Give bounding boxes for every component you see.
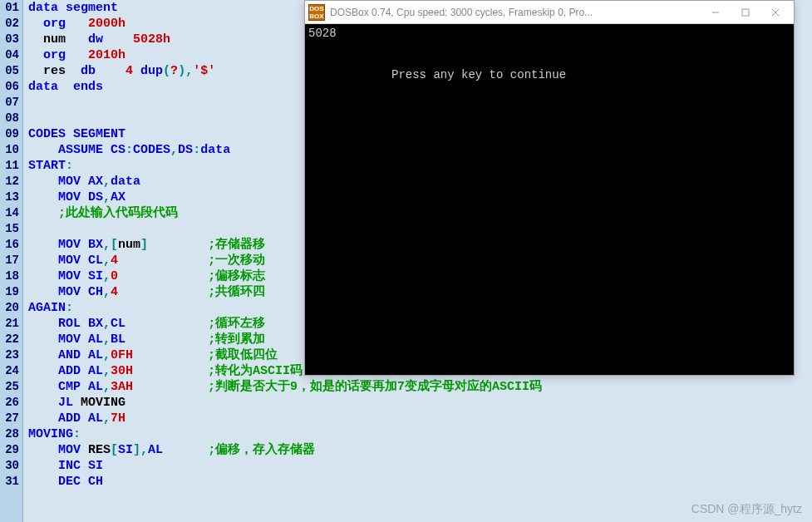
maximize-button[interactable] — [731, 2, 760, 22]
code-line[interactable]: MOV RES[SI],AL ;偏移，存入存储器 — [28, 442, 812, 458]
line-number: 29 — [0, 442, 22, 458]
line-number: 01 — [0, 0, 22, 16]
line-number: 25 — [0, 379, 22, 395]
line-number: 22 — [0, 332, 22, 347]
line-number: 20 — [0, 300, 22, 316]
line-number: 21 — [0, 316, 22, 332]
code-line[interactable]: CMP AL,3AH ;判断是否大于9，如是的话要再加7变成字母对应的ASCII… — [28, 379, 812, 395]
line-number: 31 — [0, 474, 22, 490]
code-line[interactable]: JL MOVING — [28, 395, 812, 411]
line-number-gutter: 0102030405060708091011121314151617181920… — [0, 0, 23, 522]
line-number: 15 — [0, 221, 22, 237]
dosbox-console[interactable]: 5028 Press any key to continue — [305, 24, 794, 375]
dosbox-title-text: DOSBox 0.74, Cpu speed: 3000 cycles, Fra… — [330, 7, 701, 18]
code-line[interactable]: DEC CH — [28, 474, 812, 490]
line-number: 17 — [0, 253, 22, 268]
line-number: 16 — [0, 237, 22, 253]
code-line[interactable]: ADD AL,7H — [28, 411, 812, 426]
close-button[interactable] — [760, 2, 790, 22]
line-number: 07 — [0, 95, 22, 111]
dosbox-icon: DOSBOX — [308, 4, 325, 21]
line-number: 27 — [0, 411, 22, 426]
code-line[interactable]: MOVING: — [28, 426, 812, 442]
line-number: 13 — [0, 190, 22, 205]
line-number: 28 — [0, 426, 22, 442]
line-number: 05 — [0, 63, 22, 79]
svg-rect-1 — [742, 9, 749, 16]
dosbox-titlebar[interactable]: DOSBOX DOSBox 0.74, Cpu speed: 3000 cycl… — [305, 1, 794, 24]
window-controls — [701, 2, 790, 22]
line-number: 30 — [0, 458, 22, 474]
code-line[interactable]: INC SI — [28, 458, 812, 474]
dos-prompt: Press any key to continue — [308, 67, 790, 82]
line-number: 02 — [0, 16, 22, 32]
line-number: 08 — [0, 111, 22, 126]
minimize-button[interactable] — [701, 2, 731, 22]
line-number: 19 — [0, 284, 22, 300]
line-number: 26 — [0, 395, 22, 411]
line-number: 04 — [0, 47, 22, 63]
line-number: 10 — [0, 142, 22, 158]
line-number: 09 — [0, 126, 22, 142]
line-number: 12 — [0, 174, 22, 190]
line-number: 11 — [0, 158, 22, 174]
line-number: 24 — [0, 363, 22, 379]
line-number: 23 — [0, 347, 22, 363]
line-number: 14 — [0, 205, 22, 221]
dosbox-window[interactable]: DOSBOX DOSBox 0.74, Cpu speed: 3000 cycl… — [304, 0, 795, 376]
line-number: 06 — [0, 79, 22, 95]
dos-output-value: 5028 — [308, 26, 790, 41]
line-number: 18 — [0, 268, 22, 284]
line-number: 03 — [0, 32, 22, 47]
watermark: CSDN @程序源_hytz — [691, 502, 802, 517]
